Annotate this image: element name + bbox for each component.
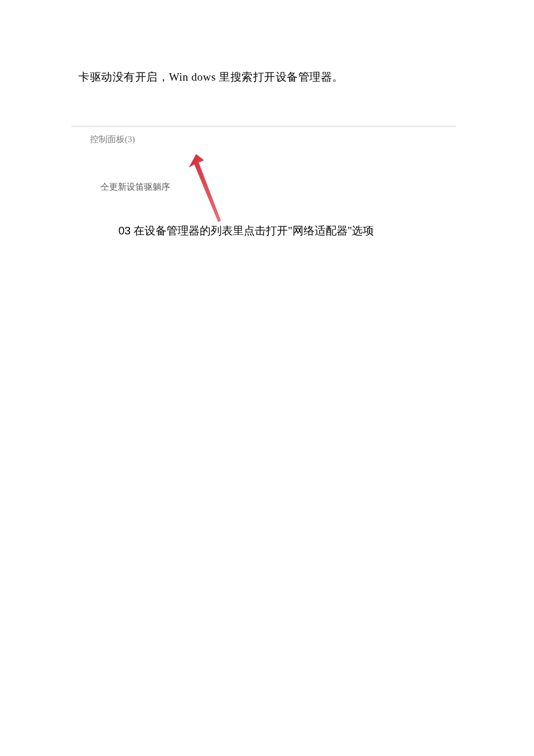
horizontal-divider (71, 126, 456, 126)
control-panel-label: 控制面板(3) (90, 134, 135, 145)
red-arrow-annotation (185, 154, 225, 224)
step-03-text: 03 在设备管理器的列表里点击打开"网络适配器"选项 (118, 223, 374, 238)
intro-paragraph: 卡驱动没有开启，Win dows 里搜索打开设备管理器。 (78, 70, 344, 85)
step-description: 在设备管理器的列表里点击打开"网络适配器"选项 (131, 225, 374, 237)
update-driver-label: 仝更新设笛驱躺序 (100, 182, 170, 193)
step-number: 03 (118, 225, 131, 237)
